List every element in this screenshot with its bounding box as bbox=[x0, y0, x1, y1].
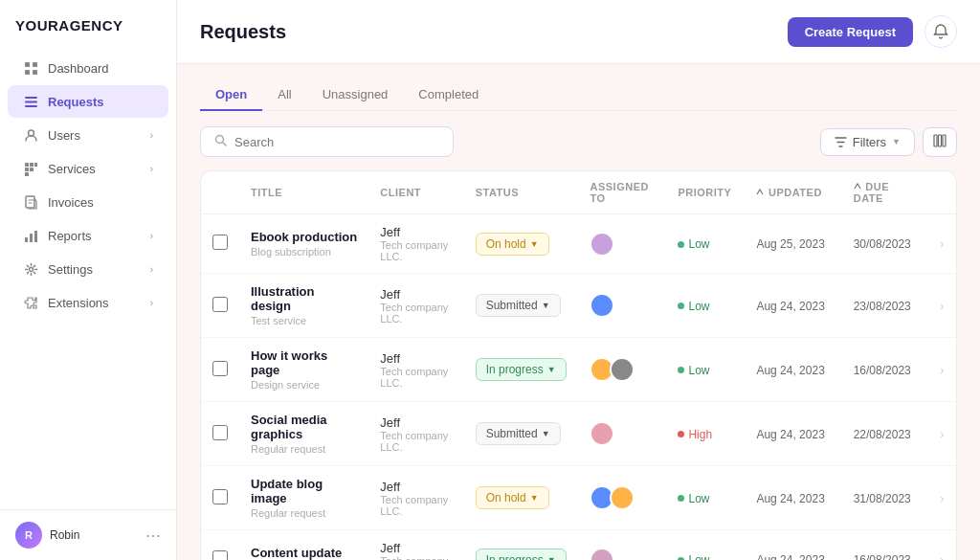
row-status-cell[interactable]: Submitted ▼ bbox=[464, 402, 579, 466]
svg-rect-5 bbox=[25, 101, 37, 102]
svg-rect-14 bbox=[26, 196, 34, 208]
row-title-cell: Social media graphics Regular request bbox=[239, 402, 368, 466]
row-updated-cell: Aug 24, 2023 bbox=[745, 466, 841, 530]
row-checkbox[interactable] bbox=[212, 489, 228, 504]
col-header-updated[interactable]: UPDATED bbox=[745, 171, 841, 214]
row-expand-icon[interactable]: › bbox=[940, 428, 944, 441]
tab-all[interactable]: All bbox=[262, 79, 306, 111]
row-expand-cell[interactable]: › bbox=[928, 338, 956, 402]
tab-unassigned[interactable]: Unassigned bbox=[307, 79, 404, 111]
row-status-cell[interactable]: Submitted ▼ bbox=[464, 274, 579, 338]
filters-button[interactable]: Filters ▼ bbox=[820, 128, 915, 156]
row-updated-cell: Aug 24, 2023 bbox=[745, 274, 841, 338]
svg-rect-6 bbox=[25, 105, 37, 107]
search-input[interactable] bbox=[234, 135, 439, 149]
app-logo: YOURAGENCY bbox=[0, 0, 176, 51]
row-client-company: Tech company LLC. bbox=[380, 555, 452, 560]
row-expand-cell[interactable]: › bbox=[928, 402, 956, 466]
tab-completed[interactable]: Completed bbox=[403, 79, 494, 111]
row-updated-date: Aug 25, 2023 bbox=[756, 237, 824, 251]
row-expand-icon[interactable]: › bbox=[940, 300, 944, 313]
chevron-right-icon: › bbox=[150, 164, 153, 174]
status-badge[interactable]: On hold ▼ bbox=[476, 233, 549, 256]
col-header-expand bbox=[928, 171, 956, 214]
row-updated-date: Aug 24, 2023 bbox=[756, 492, 824, 505]
row-expand-cell[interactable]: › bbox=[928, 274, 956, 338]
row-title-cell: Illustration design Test service bbox=[239, 274, 368, 338]
sidebar-item-requests[interactable]: Requests bbox=[8, 85, 168, 118]
svg-rect-21 bbox=[939, 135, 942, 146]
priority-dot-icon bbox=[678, 367, 684, 373]
row-expand-icon[interactable]: › bbox=[940, 237, 944, 251]
svg-rect-1 bbox=[33, 62, 37, 67]
row-title-cell: How it works page Design service bbox=[239, 338, 368, 402]
row-checkbox-cell[interactable] bbox=[201, 338, 239, 402]
status-badge[interactable]: In progress ▼ bbox=[476, 549, 567, 561]
sidebar-item-invoices[interactable]: Invoices bbox=[8, 186, 168, 218]
status-badge[interactable]: Submitted ▼ bbox=[476, 294, 561, 317]
row-priority-cell: High bbox=[666, 402, 745, 466]
puzzle-icon bbox=[23, 295, 38, 310]
columns-button[interactable] bbox=[923, 127, 957, 157]
priority-badge: Low bbox=[678, 237, 709, 251]
row-updated-date: Aug 24, 2023 bbox=[756, 364, 824, 377]
status-chevron-icon: ▼ bbox=[547, 365, 556, 374]
sidebar-item-extensions[interactable]: Extensions › bbox=[8, 286, 168, 319]
row-client-company: Tech company LLC. bbox=[380, 494, 452, 517]
sidebar-item-settings[interactable]: Settings › bbox=[8, 253, 168, 285]
notifications-button[interactable] bbox=[924, 15, 957, 48]
row-title: How it works page bbox=[251, 348, 357, 377]
row-expand-cell[interactable]: › bbox=[928, 530, 956, 561]
status-chevron-icon: ▼ bbox=[547, 555, 556, 561]
table-row: Content update Blog subscription Jeff Te… bbox=[201, 530, 956, 561]
row-client-name: Jeff bbox=[380, 541, 452, 555]
chevron-right-icon: › bbox=[150, 130, 153, 141]
row-status-cell[interactable]: In progress ▼ bbox=[464, 338, 579, 402]
create-request-button[interactable]: Create Request bbox=[788, 17, 913, 47]
row-expand-cell[interactable]: › bbox=[928, 214, 956, 274]
sidebar-item-services[interactable]: Services › bbox=[8, 152, 168, 185]
row-expand-icon[interactable]: › bbox=[940, 553, 944, 560]
row-status-cell[interactable]: On hold ▼ bbox=[464, 214, 579, 274]
row-checkbox[interactable] bbox=[212, 361, 228, 376]
row-expand-icon[interactable]: › bbox=[940, 492, 944, 505]
row-subtitle: Regular request bbox=[251, 443, 357, 455]
svg-rect-2 bbox=[25, 70, 30, 75]
col-header-title: TITLE bbox=[239, 171, 368, 214]
sidebar-item-users[interactable]: Users › bbox=[8, 119, 168, 151]
row-checkbox-cell[interactable] bbox=[201, 530, 239, 561]
tab-open[interactable]: Open bbox=[200, 79, 262, 111]
search-box[interactable] bbox=[200, 126, 454, 157]
more-options-icon[interactable]: ⋯ bbox=[145, 526, 161, 545]
row-checkbox[interactable] bbox=[212, 550, 228, 560]
list-icon bbox=[23, 94, 38, 109]
row-checkbox[interactable] bbox=[212, 425, 228, 440]
sidebar-item-reports[interactable]: Reports › bbox=[8, 219, 168, 252]
row-expand-cell[interactable]: › bbox=[928, 466, 956, 530]
status-badge[interactable]: In progress ▼ bbox=[476, 358, 567, 381]
row-checkbox-cell[interactable] bbox=[201, 274, 239, 338]
status-badge[interactable]: On hold ▼ bbox=[476, 486, 549, 509]
svg-rect-8 bbox=[25, 163, 29, 167]
row-status-cell[interactable]: On hold ▼ bbox=[464, 466, 579, 530]
row-assigned-cell bbox=[578, 402, 666, 466]
row-checkbox-cell[interactable] bbox=[201, 402, 239, 466]
row-due-cell: 30/08/2023 bbox=[842, 214, 928, 274]
apps-icon bbox=[23, 161, 38, 176]
col-header-due[interactable]: DUE DATE bbox=[842, 171, 928, 214]
row-checkbox[interactable] bbox=[212, 235, 228, 250]
sidebar-item-reports-label: Reports bbox=[48, 229, 92, 243]
user-icon bbox=[23, 127, 38, 143]
row-checkbox[interactable] bbox=[212, 297, 228, 312]
row-checkbox-cell[interactable] bbox=[201, 466, 239, 530]
row-due-date: 22/08/2023 bbox=[854, 428, 911, 441]
row-status-cell[interactable]: In progress ▼ bbox=[464, 530, 579, 561]
row-expand-icon[interactable]: › bbox=[940, 364, 944, 377]
row-updated-date: Aug 24, 2023 bbox=[756, 300, 824, 313]
row-priority-cell: Low bbox=[666, 274, 745, 338]
status-badge[interactable]: Submitted ▼ bbox=[476, 422, 561, 445]
row-checkbox-cell[interactable] bbox=[201, 214, 239, 274]
chart-icon bbox=[23, 228, 38, 243]
sidebar-item-dashboard[interactable]: Dashboard bbox=[8, 52, 168, 84]
chevron-right-icon: › bbox=[150, 231, 153, 241]
